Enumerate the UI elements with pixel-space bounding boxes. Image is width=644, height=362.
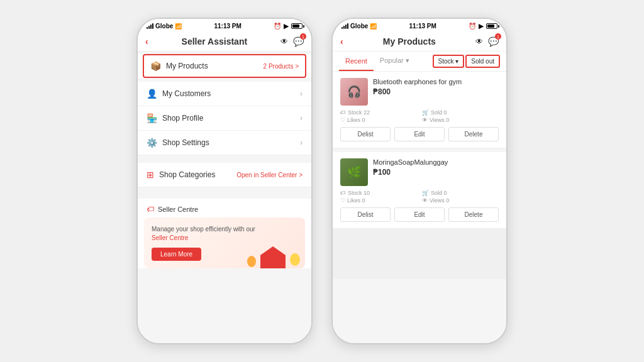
seller-centre-icon: 🏷: [147, 205, 154, 214]
time-label-right: 11:13 PM: [409, 23, 436, 30]
menu-item-shop-settings[interactable]: ⚙️ Shop Settings ›: [138, 131, 311, 155]
menu-item-categories[interactable]: ⊞ Shop Categories Open in Seller Center …: [138, 163, 311, 187]
status-right-right: ⏰ ▶: [469, 23, 497, 30]
balloon-icon: [247, 256, 256, 267]
arrow-icon2: ›: [300, 114, 303, 123]
empty-area: [333, 229, 506, 279]
products-list: 🎧 Bluetooth earphones for gym ₱800 🏷 Sto…: [333, 72, 506, 229]
product-top-1: 🎧 Bluetooth earphones for gym ₱800: [340, 78, 499, 106]
views-icon-1: 👁: [422, 117, 428, 123]
chat-icon[interactable]: 💬 1: [293, 36, 304, 47]
shop-settings-label: Shop Settings: [162, 138, 209, 147]
product-price-1: ₱800: [373, 87, 499, 96]
header-icons: 👁 💬 1: [280, 36, 304, 47]
likes-icon-2: ♡: [340, 197, 345, 204]
stat-sold-1: 🛒 Sold 0: [422, 109, 499, 116]
products-screen: 🎧 Bluetooth earphones for gym ₱800 🏷 Sto…: [333, 72, 506, 343]
product-price-2: ₱100: [373, 168, 499, 177]
app-header-right: ‹ My Products 👁 💬 1: [333, 32, 506, 52]
product-image-1: 🎧: [340, 78, 368, 106]
menu-item-customers[interactable]: 👤 My Customers ›: [138, 82, 311, 106]
wifi-icon: 📶: [175, 23, 182, 30]
grid-icon: ⊞: [147, 170, 154, 180]
tab-recent[interactable]: Recent: [339, 52, 374, 71]
tab-stock[interactable]: Stock ▾: [433, 55, 465, 68]
menu-item-my-products[interactable]: 📦 My Products 2 Products >: [143, 54, 306, 78]
signal-icon-right: [341, 23, 348, 29]
menu-item-shop-profile[interactable]: 🏪 Shop Profile ›: [138, 106, 311, 131]
alarm-icon: ⏰: [274, 23, 281, 30]
shop-icon: 🏪: [147, 113, 157, 123]
seller-centre-text: Seller Centre: [158, 206, 198, 213]
product-image-2: 🌿: [340, 158, 368, 186]
delist-button-2[interactable]: Delist: [340, 207, 391, 222]
delist-button-1[interactable]: Delist: [340, 127, 391, 141]
edit-button-1[interactable]: Edit: [394, 127, 445, 141]
left-phone: Globe 📶 11:13 PM ⏰ ▶ ‹ Seller Assistant …: [136, 18, 313, 344]
divider2: [138, 191, 311, 195]
settings-icon: ⚙️: [147, 138, 157, 148]
carrier-label-right: Globe: [350, 23, 368, 30]
banner-link[interactable]: Seller Centre: [152, 234, 188, 241]
stock-icon-2: 🏷: [340, 190, 346, 196]
menu-section-main: 👤 My Customers › 🏪 Shop Profile › ⚙️ Sho…: [138, 82, 311, 155]
menu-section-products: 📦 My Products 2 Products >: [138, 54, 311, 78]
shop-categories-label: Shop Categories: [159, 170, 215, 179]
product-top-2: 🌿 MoringaSoapMalunggay ₱100: [340, 158, 499, 186]
header-icons-right: 👁 💬 1: [475, 36, 499, 47]
chat-icon-right[interactable]: 💬 1: [488, 36, 499, 47]
time-label: 11:13 PM: [214, 23, 241, 30]
product-stats-1: 🏷 Stock 22 🛒 Sold 0 ♡ Likes 0 👁 Views 0: [340, 109, 499, 123]
box-icon: 📦: [150, 61, 161, 71]
banner-illustration: [247, 246, 300, 268]
tab-sold-out[interactable]: Sold out: [465, 55, 500, 68]
seller-centre-banner: Manage your shop efficiently with our Se…: [144, 217, 305, 268]
banner-text: Manage your shop efficiently with our Se…: [152, 225, 297, 243]
balloon-icon2: [290, 253, 300, 266]
tab-popular[interactable]: Popular ▾: [374, 52, 416, 71]
stat-likes-1: ♡ Likes 0: [340, 117, 417, 123]
stock-icon-1: 🏷: [340, 109, 346, 116]
stat-views-1: 👁 Views 0: [422, 117, 499, 123]
signal-icon: [147, 23, 153, 29]
back-button-right[interactable]: ‹: [340, 36, 343, 47]
product-actions-1: Delist Edit Delete: [340, 127, 499, 141]
products-count: 2 Products >: [264, 63, 299, 70]
sold-icon-2: 🛒: [422, 190, 429, 196]
product-info-2: MoringaSoapMalunggay ₱100: [373, 158, 499, 177]
house-icon: [260, 246, 286, 268]
outlined-tabs-group: Stock ▾ Sold out: [433, 55, 501, 68]
page-title-left: Seller Assistant: [182, 36, 248, 47]
views-icon-2: 👁: [422, 197, 428, 204]
stat-likes-2: ♡ Likes 0: [340, 197, 417, 204]
likes-icon-1: ♡: [340, 117, 345, 123]
customers-label: My Customers: [162, 89, 211, 98]
stat-stock-1: 🏷 Stock 22: [340, 109, 417, 116]
delete-button-1[interactable]: Delete: [448, 127, 499, 141]
my-products-label: My Products: [166, 62, 208, 70]
open-seller-center-label: Open in Seller Center >: [236, 172, 303, 178]
edit-button-2[interactable]: Edit: [394, 207, 445, 222]
status-bar-left: Globe 📶 11:13 PM ⏰ ▶: [138, 19, 311, 32]
learn-more-button[interactable]: Learn More: [152, 248, 201, 261]
product-item-1: 🎧 Bluetooth earphones for gym ₱800 🏷 Sto…: [333, 72, 506, 148]
battery-icon-right: [486, 23, 497, 29]
menu-item-left: ⊞ Shop Categories: [147, 170, 215, 180]
menu-item-left: ⚙️ Shop Settings: [147, 138, 209, 148]
delete-button-2[interactable]: Delete: [448, 207, 499, 222]
back-button[interactable]: ‹: [145, 36, 148, 47]
right-phone: Globe 📶 11:13 PM ⏰ ▶ ‹ My Products 👁 💬 1…: [331, 18, 508, 344]
product-item-2: 🌿 MoringaSoapMalunggay ₱100 🏷 Stock 10 🛒: [333, 152, 506, 229]
eye-icon: 👁: [280, 37, 288, 46]
page-title-right: My Products: [383, 36, 436, 47]
status-bar-right: Globe 📶 11:13 PM ⏰ ▶: [333, 19, 506, 32]
sold-icon-1: 🛒: [422, 109, 429, 116]
stat-views-2: 👁 Views 0: [422, 197, 499, 204]
seller-centre-section: 🏷 Seller Centre Manage your shop efficie…: [138, 199, 311, 268]
seller-centre-label: 🏷 Seller Centre: [138, 199, 311, 217]
status-left-right: Globe 📶: [341, 23, 377, 30]
product-name-1: Bluetooth earphones for gym: [373, 78, 499, 85]
shop-profile-label: Shop Profile: [162, 114, 203, 123]
menu-section-categories: ⊞ Shop Categories Open in Seller Center …: [138, 163, 311, 187]
eye-icon-right: 👁: [475, 37, 483, 46]
